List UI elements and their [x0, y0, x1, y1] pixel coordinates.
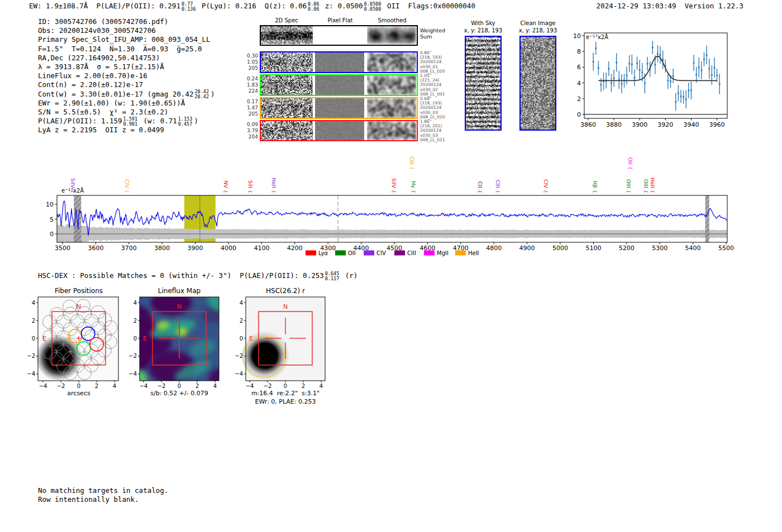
info-2-text-0: Obs: 20200124v030_3005742706 — [38, 26, 156, 35]
strip-4-2dspec-image — [261, 121, 313, 140]
main-x-ticklabel: 5100 — [585, 245, 601, 252]
info-line-10: EWr = 2.90(±1.00) (w: 1.90(±0.65))Å — [38, 99, 214, 108]
legend-swatch-HeII — [455, 251, 466, 256]
zoom-datapoint — [706, 54, 708, 56]
strip-right-meta-line: 008_LL_021 — [420, 138, 459, 142]
info-line-13: LyA z = 2.2195 OII z = 0.0499 — [38, 126, 214, 135]
main-x-ticklabel: 3800 — [154, 245, 170, 252]
main-y-ticklabel: 10 — [46, 201, 54, 208]
info-12-text-2: (w: 0.71 — [139, 117, 177, 125]
emission-line-label-CIII-6: CIII { — [409, 156, 415, 170]
main-x-ticklabel: 4200 — [287, 245, 303, 252]
hsc-y-ticklabel: −4 — [235, 371, 243, 377]
fiber-positions-panel: NE — [36, 297, 118, 381]
lineflux-north-label: N — [177, 303, 182, 310]
emission-line-label-CIV-10: CIV { — [543, 179, 549, 193]
strip-2-right-meta: 1.05"(221, 24)20200124v030_02008_LL_001 — [420, 74, 459, 97]
hsc-frac-1: 0.6450.117 — [325, 277, 340, 278]
info-9-text-0: Cont(w) = 3.30(±0.01)e-17 (gmag 20.42 — [38, 90, 193, 98]
weighted-sum-label: WeightedSum — [420, 28, 445, 40]
lineflux-blob-5 — [202, 307, 225, 323]
hsc-y-ticklabel: 4 — [240, 300, 243, 306]
weighted-sum-smoothed-image — [367, 26, 416, 44]
main-x-ticklabel: 3500 — [55, 245, 70, 252]
full-spectrum-plot: 3500360037003800390040004100420043004400… — [0, 151, 782, 268]
info-line-2: Obs: 20200124v030_3005742706 — [38, 26, 214, 35]
zoom-y-ticklabel: 6 — [577, 64, 581, 71]
zoom-spectrum-plot: 3860388039003920394039600246810e−17x2Å — [570, 22, 760, 131]
zoom-datapoint — [678, 92, 679, 94]
info-line-9: Cont(w) = 3.30(±0.01)e-17 (gmag 20.4220.… — [38, 90, 214, 99]
strip-4-right-meta: 1.86"(218, 201)20200124v030_03008_LL_021 — [420, 119, 459, 142]
hsc-y-ticklabel: 0 — [240, 336, 243, 342]
spec2d-strip-row-3 — [260, 97, 418, 119]
clean-image-image — [521, 37, 555, 130]
frac-lower: 0.0500 — [364, 7, 382, 12]
hsc-panel-title: HSC(26.2) r — [266, 287, 305, 295]
spec2d-strip-row-2 — [260, 74, 418, 96]
main-x-ticklabel: 3700 — [121, 245, 137, 252]
zoom-y-ticklabel: 2 — [577, 95, 581, 103]
lineflux-panel-xlabel: s/b: 0.52 +/- 0.079 — [150, 390, 208, 397]
fiber-y-ticklabel: 2 — [32, 318, 35, 324]
legend-swatch-OII — [335, 251, 346, 256]
main-x-ticklabel: 4000 — [221, 245, 236, 252]
strip-left-value: 1.47 — [244, 105, 258, 111]
hsc-y-ticklabel: 2 — [240, 318, 243, 324]
info-9-text-2: ) — [211, 90, 215, 98]
weighted-sum-strip — [260, 25, 418, 46]
zoom-datapoint — [698, 67, 700, 69]
emission-line-label-OII-13: OII { — [627, 157, 633, 170]
emission-line-label-SiIV-5: SiIV { — [391, 178, 397, 193]
strip-1-right-meta: 0.86"(218, 193)20200124v030_01008_LL_020 — [420, 51, 459, 74]
header-text-6: OII Flags:0x00000040 — [383, 2, 475, 10]
legend-label-OII: OII — [348, 250, 356, 256]
frac-lower: 0.06 — [308, 7, 319, 12]
fiber-y-ticklabel: −4 — [27, 371, 35, 377]
emission-line-label-Hβ-11: Hβ { — [592, 181, 598, 193]
strip-1-2dspec-image — [261, 52, 313, 72]
legend-swatch-CIII — [394, 251, 405, 256]
frac-lower: 0.901 — [123, 122, 138, 127]
emission-line-label-NV-2: NV { — [223, 180, 229, 193]
info-line-1: ID: 3005742706 (3005742706.pdf) — [38, 17, 214, 26]
info-13-text-0: LyA z = 2.2195 OII z = 0.0499 — [38, 126, 164, 134]
strip-left-value: 1.83 — [244, 82, 258, 88]
lineflux-x-ticklabel: −2 — [158, 383, 166, 389]
note-line-1: No matching targets in catalog. — [38, 486, 168, 495]
with-sky-title-text: With Sky — [464, 20, 503, 27]
header-frac-5: 0.05000.0500 — [364, 8, 382, 8]
zoom-datapoint — [683, 97, 684, 98]
zoom-datapoint — [673, 75, 674, 76]
zoom-datapoint — [690, 90, 692, 92]
fiber-y-ticklabel: 0 — [32, 336, 35, 342]
weighted-sum-2dspec-image — [261, 26, 313, 44]
zoom-datapoint — [634, 77, 636, 79]
hsc-x-ticklabel: 0 — [284, 383, 287, 389]
header-datetime-version: 2024-12-29 13:03:49 Version 1.22.3 — [597, 2, 743, 11]
legend-label-CIII: CIII — [407, 250, 416, 256]
emission-line-label-CIII-9: CIII { — [495, 180, 501, 193]
zoom-datapoint — [716, 75, 718, 76]
info-9-frac-1: 20.4220.42 — [194, 96, 209, 97]
main-x-ticklabel: 5300 — [652, 245, 667, 252]
zoom-datapoint — [670, 80, 671, 82]
zoom-datapoint — [688, 90, 689, 92]
lineflux-x-ticklabel: 2 — [196, 383, 199, 389]
skyline-mask-band-2 — [705, 195, 709, 242]
weighted-sum-label-line: Sum — [420, 34, 445, 40]
hsc-x-ticklabel: −4 — [246, 383, 254, 389]
frac-upper: 0.77 — [182, 2, 193, 7]
emission-line-label-CIV-1: CIV { — [124, 179, 130, 193]
info-3-text-0: Primary Spec_Slot_IFU_AMP: 008_093_054_L… — [38, 35, 211, 44]
strip-left-value: 0.30 — [244, 53, 258, 59]
zoom-datapoint — [595, 47, 597, 49]
zoom-datapoint — [657, 53, 659, 55]
emission-line-label-OIII-14: OIII { — [643, 179, 649, 193]
strip-3-smoothed-image — [367, 98, 416, 118]
header-text-4: z: 0.0500 — [321, 2, 363, 10]
zoom-x-ticklabel: 3960 — [709, 121, 725, 128]
zoom-datapoint — [675, 101, 676, 103]
fiber-y-ticklabel: 4 — [32, 300, 35, 306]
zoom-datapoint — [700, 70, 702, 71]
